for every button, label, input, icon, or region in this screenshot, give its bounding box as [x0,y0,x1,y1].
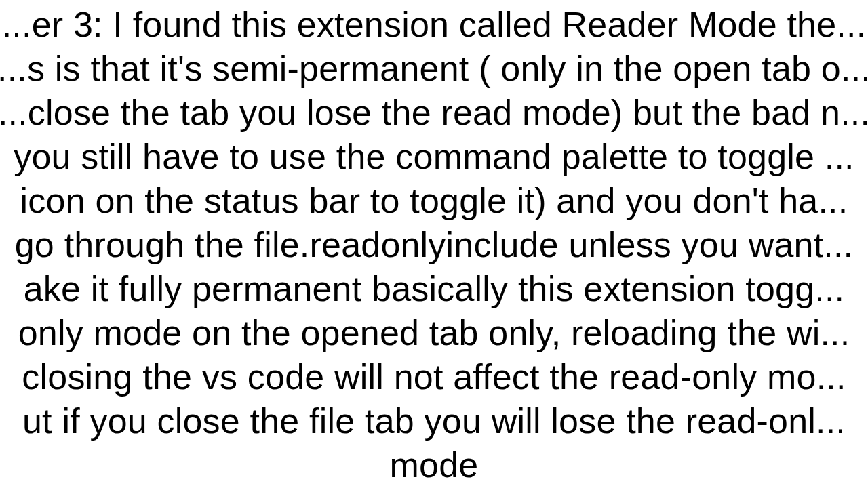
document-viewport: ...er 3: I found this extension called R… [0,0,868,488]
answer-paragraph: ...er 3: I found this extension called R… [0,3,868,487]
